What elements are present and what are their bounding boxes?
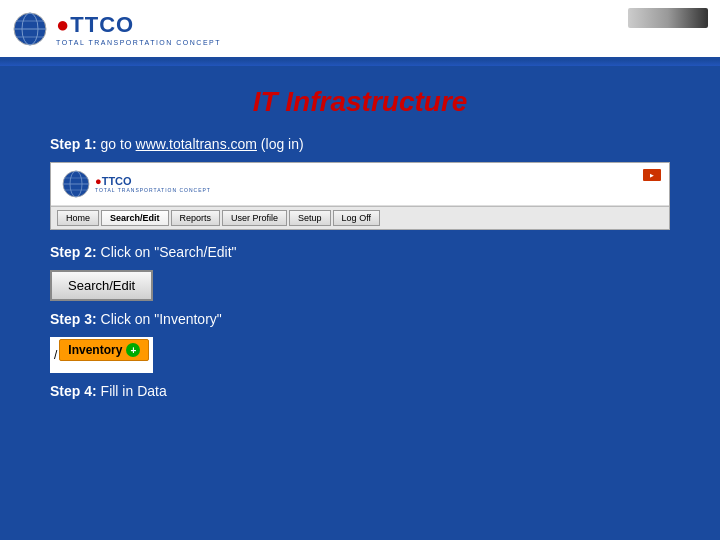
inventory-label: Inventory [68, 343, 122, 357]
step-1-text: Step 1: go to www.totaltrans.com (log in… [50, 136, 670, 152]
search-edit-demo-button[interactable]: Search/Edit [50, 270, 153, 301]
page-title: IT Infrastructure [50, 86, 670, 118]
nav-home[interactable]: Home [57, 210, 99, 226]
step-1-content: go to www.totaltrans.com (log in) [101, 136, 304, 152]
totaltrans-link[interactable]: www.totaltrans.com [136, 136, 257, 152]
nav-reports[interactable]: Reports [171, 210, 221, 226]
nav-search-edit[interactable]: Search/Edit [101, 210, 169, 226]
main-content: IT Infrastructure Step 1: go to www.tota… [0, 66, 720, 540]
step-4-label: Step 4: [50, 383, 97, 399]
website-screenshot: ●TTCO TOTAL TRANSPORTATION CONCEPT ▶ Hom… [50, 162, 670, 230]
step-3-text: Step 3: Click on "Inventory" [50, 311, 670, 327]
logo-subtitle: TOTAL TRANSPORTATION CONCEPT [56, 39, 221, 46]
app-header: ●TTCO TOTAL TRANSPORTATION CONCEPT [0, 0, 720, 60]
site-mini-logo-subtitle: TOTAL TRANSPORTATION CONCEPT [95, 187, 211, 193]
inventory-slash: / [54, 348, 57, 362]
inventory-item[interactable]: Inventory + [59, 339, 149, 361]
nav-setup[interactable]: Setup [289, 210, 331, 226]
step-2-content: Click on "Search/Edit" [101, 244, 237, 260]
inventory-add-icon: + [126, 343, 140, 357]
site-mini-logo-text: ●TTCO [95, 175, 211, 187]
logo-area: ●TTCO TOTAL TRANSPORTATION CONCEPT [56, 12, 221, 46]
logo-wrapper: ●TTCO TOTAL TRANSPORTATION CONCEPT [12, 11, 221, 47]
logo-text: ●TTCO [56, 12, 134, 38]
step-2-text: Step 2: Click on "Search/Edit" [50, 244, 670, 260]
logo-globe-icon [12, 11, 48, 47]
inventory-wrapper: / Inventory + [50, 337, 153, 373]
site-nav-bar: Home Search/Edit Reports User Profile Se… [51, 206, 669, 229]
step-1-label: Step 1: [50, 136, 97, 152]
search-edit-screenshot: Search/Edit [50, 270, 153, 301]
site-corner-badge: ▶ [643, 169, 661, 181]
nav-log-off[interactable]: Log Off [333, 210, 380, 226]
step-3-label: Step 3: [50, 311, 97, 327]
nav-user-profile[interactable]: User Profile [222, 210, 287, 226]
step-3-content: Click on "Inventory" [101, 311, 222, 327]
step-4-text: Step 4: Fill in Data [50, 383, 670, 399]
site-logo-globe-icon [61, 169, 91, 199]
step-2-label: Step 2: [50, 244, 97, 260]
step-4-content: Fill in Data [101, 383, 167, 399]
header-decoration [628, 8, 708, 28]
site-logo-text-area: ●TTCO TOTAL TRANSPORTATION CONCEPT [95, 175, 211, 193]
site-screenshot-header: ●TTCO TOTAL TRANSPORTATION CONCEPT ▶ [51, 163, 669, 206]
